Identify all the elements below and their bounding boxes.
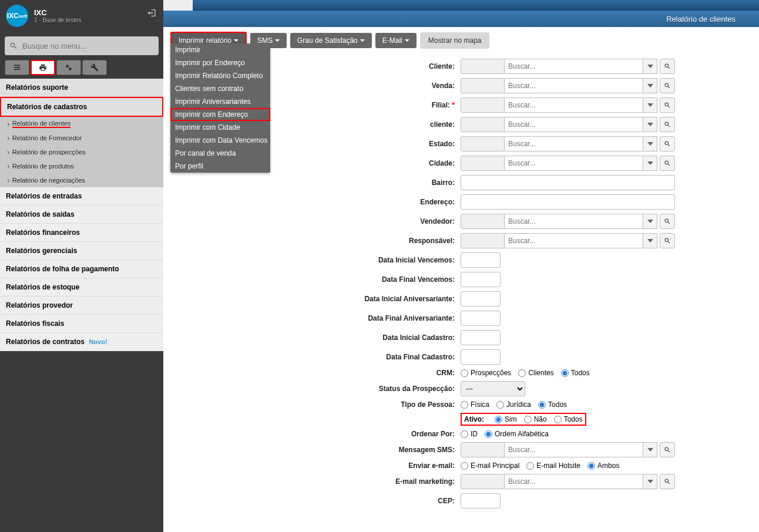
data-ini-aniv-input[interactable]	[461, 291, 501, 307]
window-chrome	[163, 0, 759, 11]
nav-item-prospeccoes[interactable]: Relatório de prospecções	[0, 145, 163, 159]
search-icon	[9, 42, 18, 50]
page-title: Relatório de clientes	[666, 15, 736, 23]
nav-section-cadastros[interactable]: Relatórios de cadastros	[0, 97, 163, 117]
ordenar-radio-group: ID Ordem Alfabética	[461, 430, 549, 438]
lbl-endereco: Endereço:	[163, 198, 461, 206]
svg-point-3	[66, 65, 69, 68]
tipo-pessoa-radio-group: Física Jurídica Todos	[461, 400, 567, 409]
svg-rect-1	[14, 67, 21, 68]
main-content: Relatório de clientes Imprimir relatório…	[163, 0, 759, 532]
nav-section-suporte[interactable]: Relatórios suporte	[0, 79, 163, 97]
nav-section-fiscais[interactable]: Relatórios fiscais	[0, 315, 163, 333]
data-fin-aniv-input[interactable]	[461, 311, 501, 326]
enviar-email-radio-group: E-mail Principal E-mail Hotsite Ambos	[461, 462, 619, 470]
cep-input[interactable]	[461, 493, 501, 509]
nav-item-fornecedor[interactable]: Relatório de Fornecedor	[0, 131, 163, 145]
app-logo: IXCsoft	[6, 5, 28, 27]
lbl-data-fin-cad: Data Final Cadastro:	[163, 353, 461, 361]
logout-icon[interactable]	[147, 8, 156, 20]
estado-lookup[interactable]	[461, 136, 675, 151]
view-mode-row	[5, 60, 159, 75]
crm-radio-group: Prospecções Clientes Todos	[461, 369, 590, 377]
app-subtitle: 1 - Base de testes	[34, 17, 82, 23]
dd-clientes-sem-contrato[interactable]: Clientes sem contrato	[170, 82, 270, 95]
sidebar: IXCsoft IXC 1 - Base de testes Relatório…	[0, 0, 163, 532]
lbl-data-ini-cad: Data Inicial Cadastro:	[163, 334, 461, 342]
lbl-email-mkt: E-mail marketing:	[163, 477, 461, 486]
app-name: IXC	[34, 8, 82, 17]
email-button[interactable]: E-Mail	[375, 33, 417, 48]
data-fin-venc-input[interactable]	[461, 272, 501, 287]
data-ini-venc-input[interactable]	[461, 252, 501, 268]
dd-com-endereco[interactable]: Imprimir com Endereço	[170, 108, 270, 121]
ativo-radio-group: Ativo: Sim Não Todos	[461, 413, 586, 426]
wrench-view-button[interactable]	[82, 60, 107, 75]
lbl-data-ini-venc: Data Inicial Vencemos:	[163, 256, 461, 264]
dd-canal-venda[interactable]: Por canal de venda	[170, 147, 270, 160]
nav-section-folha[interactable]: Relatórios de folha de pagamento	[0, 260, 163, 278]
nav-item-negociacoes[interactable]: Relatório de negociações	[0, 173, 163, 187]
page-title-bar: Relatório de clientes	[163, 11, 759, 27]
lbl-vendedor: Vendedor:	[163, 217, 461, 225]
chevron-down-icon[interactable]	[643, 59, 657, 74]
msg-sms-lookup[interactable]	[461, 442, 675, 457]
lbl-tipo-pessoa: Tipo de Pessoa:	[163, 400, 461, 409]
menu-search[interactable]	[5, 36, 159, 55]
endereco-input[interactable]	[461, 194, 675, 210]
lbl-bairro: Bairro:	[163, 179, 461, 187]
print-view-button[interactable]	[31, 60, 55, 75]
lbl-data-fin-venc: Data Final Vencemos:	[163, 275, 461, 284]
mostrar-mapa-button[interactable]: Mostrar no mapa	[420, 32, 490, 49]
svg-rect-0	[14, 65, 21, 66]
dd-imprimir[interactable]: Imprimir	[170, 43, 270, 56]
vendedor-lookup[interactable]	[461, 214, 675, 229]
lbl-cep: CEP:	[163, 497, 461, 505]
bairro-input[interactable]	[461, 175, 675, 190]
lbl-crm: CRM:	[163, 369, 461, 377]
data-ini-cad-input[interactable]	[461, 330, 501, 345]
responsavel-lookup[interactable]	[461, 233, 675, 248]
dd-por-perfil[interactable]: Por perfil	[170, 160, 270, 173]
search-icon[interactable]	[660, 59, 675, 74]
nav-item-clientes[interactable]: Relatório de clientes	[0, 117, 163, 131]
list-view-button[interactable]	[5, 60, 29, 75]
dd-imprimir-endereco[interactable]: Imprimir por Endereço	[170, 56, 270, 69]
cliente-lookup[interactable]	[461, 59, 675, 74]
nav-section-financeiros[interactable]: Relatórios financeiros	[0, 224, 163, 242]
tipo-cliente-lookup[interactable]	[461, 117, 675, 132]
email-mkt-lookup[interactable]	[461, 474, 675, 489]
svg-point-4	[69, 68, 72, 70]
nav-section-provedor[interactable]: Relatórios provedor	[0, 297, 163, 315]
status-prospeccao-select[interactable]: ---	[461, 381, 525, 396]
filial-lookup[interactable]	[461, 97, 675, 113]
lbl-responsavel: Responsável:	[163, 237, 461, 245]
nav-section-contratos[interactable]: Relatórios de contratos Novo!	[0, 333, 163, 351]
grau-satisfacao-button[interactable]: Grau de Satisfação	[290, 33, 372, 48]
svg-rect-2	[14, 69, 21, 70]
gears-view-button[interactable]	[56, 60, 81, 75]
nav-item-produtos[interactable]: Relatório de produtos	[0, 159, 163, 173]
lbl-ordenar: Ordenar Por:	[163, 430, 461, 438]
lbl-ativo: Ativo:	[464, 415, 484, 423]
lbl-data-fin-aniv: Data Final Aniversariante:	[163, 314, 461, 322]
dd-com-cidade[interactable]: Imprimir com Cidade	[170, 121, 270, 134]
nav-section-gerenciais[interactable]: Relatórios gerenciais	[0, 242, 163, 260]
dd-relatorio-completo[interactable]: Imprimir Relatório Completo	[170, 69, 270, 82]
data-fin-cad-input[interactable]	[461, 349, 501, 365]
novo-badge: Novo!	[89, 338, 107, 345]
menu-search-input[interactable]	[22, 42, 154, 50]
lbl-msg-sms: Mensagem SMS:	[163, 446, 461, 454]
sidebar-header: IXCsoft IXC 1 - Base de testes	[0, 0, 163, 32]
imprimir-dropdown: Imprimir Imprimir por Endereço Imprimir …	[170, 43, 270, 173]
cidade-lookup[interactable]	[461, 156, 675, 171]
lbl-enviar-email: Enviar e-mail:	[163, 462, 461, 470]
nav-items-cadastros: Relatório de clientes Relatório de Forne…	[0, 117, 163, 187]
nav-section-estoque[interactable]: Relatórios de estoque	[0, 278, 163, 297]
lbl-status-prosp: Status da Prospecção:	[163, 385, 461, 393]
nav-section-entradas[interactable]: Relatórios de entradas	[0, 187, 163, 206]
dd-aniversariantes[interactable]: Imprimir Aniversariantes	[170, 95, 270, 108]
venda-lookup[interactable]	[461, 78, 675, 93]
nav-section-saidas[interactable]: Relatórios de saídas	[0, 206, 163, 224]
dd-com-data-vencemos[interactable]: Imprimir com Data Vencemos	[170, 134, 270, 147]
